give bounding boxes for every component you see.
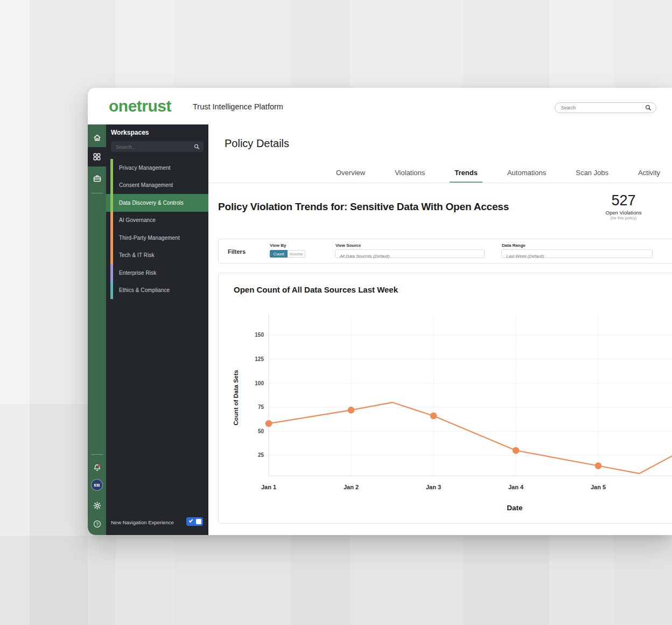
- open-violations-stat: 527 Open Violations (for this policy): [600, 192, 647, 220]
- workspace-color-strip: [110, 247, 113, 265]
- workspaces-search[interactable]: [111, 141, 204, 152]
- workspace-color-strip: [110, 212, 113, 230]
- home-icon[interactable]: [88, 128, 106, 147]
- data-point-Jan 4: [513, 447, 520, 454]
- app-rail: EB ?: [88, 124, 106, 535]
- toggle-knob: [196, 519, 201, 524]
- global-search-input[interactable]: [555, 105, 645, 110]
- projects-icon[interactable]: [88, 169, 106, 188]
- workspace-color-strip: [110, 194, 113, 212]
- filters-bar: Filters View By Count Volume View Source…: [218, 239, 672, 263]
- new-navigation-label: New Navigation Experience: [111, 519, 174, 525]
- tab-bar: OverviewViolationsTrendsAutomationsScan …: [208, 163, 672, 183]
- check-icon: [189, 518, 193, 523]
- onetrust-logo: onetrust: [109, 97, 171, 115]
- workspaces-search-input[interactable]: [111, 144, 194, 150]
- x-tick-label: Jan 3: [426, 484, 441, 490]
- sidebar-item-enterprise-risk[interactable]: Enterprise Risk: [106, 264, 208, 282]
- volume-button[interactable]: Volume: [288, 250, 305, 258]
- page-title: Policy Details: [225, 137, 289, 150]
- y-tick-label: 150: [255, 332, 264, 338]
- sidebar-item-third-party-management[interactable]: Third-Party Management: [106, 229, 208, 247]
- count-button[interactable]: Count: [270, 250, 288, 258]
- notifications-icon[interactable]: [88, 459, 106, 477]
- y-tick-label: 100: [255, 380, 264, 386]
- workspaces-panel: Workspaces Privacy ManagementConsent Man…: [106, 124, 208, 535]
- sidebar-item-consent-management[interactable]: Consent Management: [106, 177, 208, 195]
- y-tick-label: 25: [258, 452, 264, 458]
- global-search[interactable]: [555, 102, 656, 113]
- trend-chart-card: Open Count of All Data Sources Last Week…: [218, 273, 672, 524]
- view-source-field[interactable]: [335, 249, 485, 258]
- help-icon[interactable]: ?: [88, 515, 106, 533]
- sidebar-item-label: Consent Management: [119, 182, 173, 188]
- sidebar-item-data-discovery-controls[interactable]: Data Discovery & Controls: [106, 194, 208, 212]
- sidebar-item-ethics-compliance[interactable]: Ethics & Compliance: [106, 282, 208, 300]
- sidebar-item-privacy-management[interactable]: Privacy Management: [106, 159, 208, 177]
- view-source-input[interactable]: [335, 253, 484, 260]
- trend-chart-svg: 255075100125150Jan 1Jan 2Jan 3Jan 4Jan 5…: [219, 298, 672, 524]
- y-tick-label: 75: [258, 404, 264, 410]
- view-by-label: View By: [270, 243, 286, 248]
- y-tick-label: 50: [258, 428, 264, 434]
- settings-icon[interactable]: [88, 496, 106, 515]
- tab-scan-jobs[interactable]: Scan Jobs: [571, 163, 613, 183]
- avatar-initials: EB: [94, 483, 100, 488]
- workspace-color-strip: [110, 229, 113, 247]
- sidebar-item-ai-governance[interactable]: AI Governance: [106, 212, 208, 230]
- x-tick-label: Jan 2: [344, 484, 359, 490]
- y-tick-label: 125: [255, 356, 264, 362]
- avatar[interactable]: EB: [88, 476, 106, 494]
- sidebar-item-label: Enterprise Risk: [119, 270, 156, 276]
- data-point-Jan 3: [430, 413, 437, 420]
- data-point-Jan 2: [348, 407, 355, 414]
- tab-violations[interactable]: Violations: [390, 163, 430, 183]
- top-header: onetrust Trust Intelligence Platform: [88, 88, 672, 124]
- filters-title: Filters: [228, 248, 246, 255]
- sidebar-item-tech-it-risk[interactable]: Tech & IT Risk: [106, 247, 208, 265]
- workspace-color-strip: [110, 264, 113, 282]
- data-point-Jan 5: [595, 462, 602, 469]
- tab-trends[interactable]: Trends: [450, 163, 482, 183]
- data-range-input[interactable]: [502, 253, 652, 260]
- panel-footer: New Navigation Experience: [106, 516, 208, 529]
- apps-icon[interactable]: [88, 147, 106, 166]
- data-range-label: Data Range: [502, 243, 526, 248]
- sidebar-item-label: Data Discovery & Controls: [119, 200, 184, 206]
- sidebar-item-label: AI Governance: [119, 217, 156, 223]
- main-content: Policy Details OverviewViolationsTrendsA…: [208, 124, 672, 535]
- app-window: onetrust Trust Intelligence Platform: [88, 88, 672, 535]
- tab-automations[interactable]: Automations: [502, 163, 551, 183]
- heading-row: Policy Violation Trends for: Sensitive D…: [208, 192, 672, 225]
- workspaces-title: Workspaces: [111, 129, 149, 136]
- data-point-Jan 1: [265, 420, 272, 427]
- x-tick-label: Jan 4: [508, 484, 524, 490]
- stat-value: 527: [600, 192, 647, 209]
- x-tick-label: Jan 1: [261, 484, 276, 490]
- y-axis-title: Count of Data Sets: [233, 370, 239, 426]
- workspace-nav-list: Privacy ManagementConsent ManagementData…: [106, 159, 208, 299]
- chart-title: Open Count of All Data Sources Last Week: [234, 285, 398, 294]
- x-axis-title: Date: [507, 504, 523, 512]
- search-icon: [194, 144, 200, 150]
- stat-sublabel: (for this policy): [600, 216, 647, 220]
- product-name: Trust Intelligence Platform: [193, 102, 283, 111]
- workspace-color-strip: [110, 159, 113, 177]
- sidebar-item-label: Ethics & Compliance: [119, 287, 170, 293]
- view-source-label: View Source: [335, 243, 361, 248]
- trend-line: [269, 402, 672, 474]
- sidebar-item-label: Privacy Management: [119, 165, 171, 171]
- view-by-segmented-control: Count Volume: [270, 250, 305, 258]
- data-range-field[interactable]: [501, 249, 653, 258]
- workspace-color-strip: [110, 177, 113, 195]
- tab-activity[interactable]: Activity: [633, 163, 665, 183]
- tab-overview[interactable]: Overview: [331, 163, 370, 183]
- stat-label: Open Violations: [600, 210, 647, 216]
- sidebar-item-label: Third-Party Management: [119, 235, 180, 241]
- x-tick-label: Jan 5: [591, 484, 606, 490]
- svg-text:?: ?: [96, 521, 99, 526]
- new-navigation-toggle[interactable]: [186, 517, 203, 526]
- trends-heading: Policy Violation Trends for: Sensitive D…: [218, 201, 509, 213]
- sidebar-item-label: Tech & IT Risk: [119, 252, 155, 258]
- search-icon: [645, 105, 652, 111]
